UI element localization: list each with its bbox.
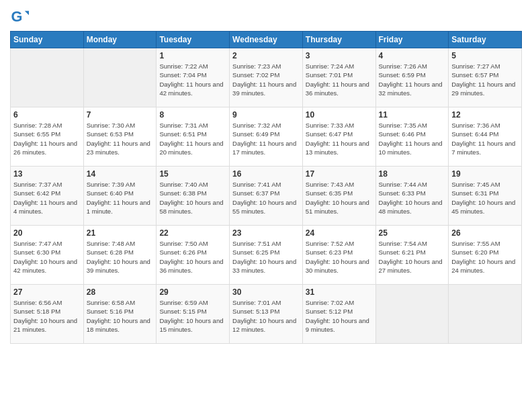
day-info: Sunrise: 7:48 AM Sunset: 6:28 PM Dayligh…	[87, 239, 154, 275]
day-info: Sunrise: 7:51 AM Sunset: 6:25 PM Dayligh…	[232, 239, 300, 275]
day-info: Sunrise: 7:33 AM Sunset: 6:47 PM Dayligh…	[306, 121, 373, 156]
day-info: Sunrise: 7:24 AM Sunset: 7:01 PM Dayligh…	[306, 62, 373, 97]
day-info: Sunrise: 6:58 AM Sunset: 5:16 PM Dayligh…	[87, 298, 154, 334]
logo: G	[10, 7, 32, 26]
day-number: 4	[379, 51, 446, 60]
day-number: 17	[306, 169, 373, 179]
calendar-day-cell: 29Sunrise: 6:59 AM Sunset: 5:15 PM Dayli…	[157, 285, 230, 344]
day-info: Sunrise: 7:41 AM Sunset: 6:37 PM Dayligh…	[232, 180, 300, 216]
day-number: 23	[232, 228, 300, 238]
day-info: Sunrise: 7:28 AM Sunset: 6:55 PM Dayligh…	[13, 121, 81, 156]
day-number: 19	[451, 169, 519, 179]
calendar-day-cell: 25Sunrise: 7:54 AM Sunset: 6:21 PM Dayli…	[375, 226, 449, 285]
day-info: Sunrise: 7:37 AM Sunset: 6:42 PM Dayligh…	[13, 180, 81, 216]
logo-icon: G	[10, 7, 29, 26]
day-info: Sunrise: 7:55 AM Sunset: 6:20 PM Dayligh…	[451, 239, 519, 275]
calendar-day-cell: 6Sunrise: 7:28 AM Sunset: 6:55 PM Daylig…	[11, 107, 84, 167]
calendar-day-cell: 10Sunrise: 7:33 AM Sunset: 6:47 PM Dayli…	[302, 107, 375, 167]
day-info: Sunrise: 6:59 AM Sunset: 5:15 PM Dayligh…	[159, 298, 226, 334]
day-info: Sunrise: 7:22 AM Sunset: 7:04 PM Dayligh…	[159, 62, 226, 97]
weekday-header-cell: Wednesday	[230, 32, 303, 48]
day-number: 2	[232, 51, 300, 60]
calendar-day-cell: 3Sunrise: 7:24 AM Sunset: 7:01 PM Daylig…	[302, 48, 375, 107]
weekday-header-cell: Tuesday	[157, 32, 230, 48]
day-number: 15	[159, 169, 226, 179]
day-number: 6	[13, 110, 81, 120]
calendar-day-cell	[375, 285, 449, 344]
day-number: 31	[306, 287, 373, 297]
weekday-header-cell: Sunday	[11, 32, 84, 48]
svg-text:G: G	[11, 8, 23, 25]
calendar-day-cell: 16Sunrise: 7:41 AM Sunset: 6:37 PM Dayli…	[230, 167, 303, 226]
day-number: 16	[232, 169, 300, 179]
calendar-day-cell: 30Sunrise: 7:01 AM Sunset: 5:13 PM Dayli…	[230, 285, 303, 344]
day-number: 11	[379, 110, 446, 120]
weekday-header-cell: Saturday	[449, 32, 522, 48]
calendar-day-cell: 7Sunrise: 7:30 AM Sunset: 6:53 PM Daylig…	[83, 107, 157, 167]
weekday-header-row: SundayMondayTuesdayWednesdayThursdayFrid…	[11, 32, 522, 48]
day-info: Sunrise: 7:31 AM Sunset: 6:51 PM Dayligh…	[159, 121, 226, 156]
day-number: 10	[306, 110, 373, 120]
day-number: 30	[232, 287, 300, 297]
day-number: 24	[306, 228, 373, 238]
calendar-day-cell: 22Sunrise: 7:50 AM Sunset: 6:26 PM Dayli…	[157, 226, 230, 285]
calendar-day-cell: 24Sunrise: 7:52 AM Sunset: 6:23 PM Dayli…	[302, 226, 375, 285]
calendar-day-cell: 18Sunrise: 7:44 AM Sunset: 6:33 PM Dayli…	[375, 167, 449, 226]
calendar-day-cell: 17Sunrise: 7:43 AM Sunset: 6:35 PM Dayli…	[302, 167, 375, 226]
day-number: 20	[13, 228, 81, 238]
calendar-body: 1Sunrise: 7:22 AM Sunset: 7:04 PM Daylig…	[11, 48, 522, 344]
day-info: Sunrise: 7:54 AM Sunset: 6:21 PM Dayligh…	[379, 239, 446, 275]
calendar-day-cell	[83, 48, 157, 107]
day-number: 14	[87, 169, 154, 179]
calendar-day-cell: 20Sunrise: 7:47 AM Sunset: 6:30 PM Dayli…	[11, 226, 84, 285]
day-number: 3	[306, 51, 373, 60]
calendar-day-cell: 8Sunrise: 7:31 AM Sunset: 6:51 PM Daylig…	[157, 107, 230, 167]
day-number: 5	[451, 51, 519, 60]
day-info: Sunrise: 6:56 AM Sunset: 5:18 PM Dayligh…	[13, 298, 81, 334]
calendar-day-cell: 13Sunrise: 7:37 AM Sunset: 6:42 PM Dayli…	[11, 167, 84, 226]
weekday-header-cell: Monday	[83, 32, 157, 48]
day-number: 7	[87, 110, 154, 120]
day-number: 21	[87, 228, 154, 238]
day-number: 22	[159, 228, 226, 238]
calendar-day-cell: 14Sunrise: 7:39 AM Sunset: 6:40 PM Dayli…	[83, 167, 157, 226]
calendar-day-cell: 1Sunrise: 7:22 AM Sunset: 7:04 PM Daylig…	[157, 48, 230, 107]
day-number: 28	[87, 287, 154, 297]
day-info: Sunrise: 7:43 AM Sunset: 6:35 PM Dayligh…	[306, 180, 373, 216]
calendar-day-cell: 23Sunrise: 7:51 AM Sunset: 6:25 PM Dayli…	[230, 226, 303, 285]
calendar-week-row: 20Sunrise: 7:47 AM Sunset: 6:30 PM Dayli…	[11, 226, 522, 285]
calendar-day-cell: 31Sunrise: 7:02 AM Sunset: 5:12 PM Dayli…	[302, 285, 375, 344]
calendar-day-cell: 5Sunrise: 7:27 AM Sunset: 6:57 PM Daylig…	[449, 48, 522, 107]
day-info: Sunrise: 7:47 AM Sunset: 6:30 PM Dayligh…	[13, 239, 81, 275]
day-info: Sunrise: 7:23 AM Sunset: 7:02 PM Dayligh…	[232, 62, 300, 97]
day-info: Sunrise: 7:50 AM Sunset: 6:26 PM Dayligh…	[159, 239, 226, 275]
day-info: Sunrise: 7:02 AM Sunset: 5:12 PM Dayligh…	[306, 298, 373, 334]
calendar-day-cell: 27Sunrise: 6:56 AM Sunset: 5:18 PM Dayli…	[11, 285, 84, 344]
day-info: Sunrise: 7:45 AM Sunset: 6:31 PM Dayligh…	[451, 180, 519, 216]
calendar-week-row: 1Sunrise: 7:22 AM Sunset: 7:04 PM Daylig…	[11, 48, 522, 107]
calendar-day-cell: 11Sunrise: 7:35 AM Sunset: 6:46 PM Dayli…	[375, 107, 449, 167]
day-info: Sunrise: 7:44 AM Sunset: 6:33 PM Dayligh…	[379, 180, 446, 216]
day-info: Sunrise: 7:36 AM Sunset: 6:44 PM Dayligh…	[451, 121, 519, 156]
day-number: 8	[159, 110, 226, 120]
day-number: 13	[13, 169, 81, 179]
day-number: 25	[379, 228, 446, 238]
calendar-week-row: 13Sunrise: 7:37 AM Sunset: 6:42 PM Dayli…	[11, 167, 522, 226]
day-info: Sunrise: 7:01 AM Sunset: 5:13 PM Dayligh…	[232, 298, 300, 334]
calendar-day-cell: 21Sunrise: 7:48 AM Sunset: 6:28 PM Dayli…	[83, 226, 157, 285]
calendar-day-cell: 26Sunrise: 7:55 AM Sunset: 6:20 PM Dayli…	[449, 226, 522, 285]
calendar-week-row: 27Sunrise: 6:56 AM Sunset: 5:18 PM Dayli…	[11, 285, 522, 344]
day-number: 18	[379, 169, 446, 179]
calendar-table: SundayMondayTuesdayWednesdayThursdayFrid…	[10, 31, 522, 344]
day-number: 1	[159, 51, 226, 60]
day-info: Sunrise: 7:52 AM Sunset: 6:23 PM Dayligh…	[306, 239, 373, 275]
calendar-day-cell: 28Sunrise: 6:58 AM Sunset: 5:16 PM Dayli…	[83, 285, 157, 344]
calendar-day-cell: 19Sunrise: 7:45 AM Sunset: 6:31 PM Dayli…	[449, 167, 522, 226]
calendar-day-cell	[11, 48, 84, 107]
day-number: 27	[13, 287, 81, 297]
calendar-day-cell: 4Sunrise: 7:26 AM Sunset: 6:59 PM Daylig…	[375, 48, 449, 107]
calendar-day-cell: 9Sunrise: 7:32 AM Sunset: 6:49 PM Daylig…	[230, 107, 303, 167]
calendar-day-cell: 15Sunrise: 7:40 AM Sunset: 6:38 PM Dayli…	[157, 167, 230, 226]
calendar-day-cell: 2Sunrise: 7:23 AM Sunset: 7:02 PM Daylig…	[230, 48, 303, 107]
day-info: Sunrise: 7:35 AM Sunset: 6:46 PM Dayligh…	[379, 121, 446, 156]
